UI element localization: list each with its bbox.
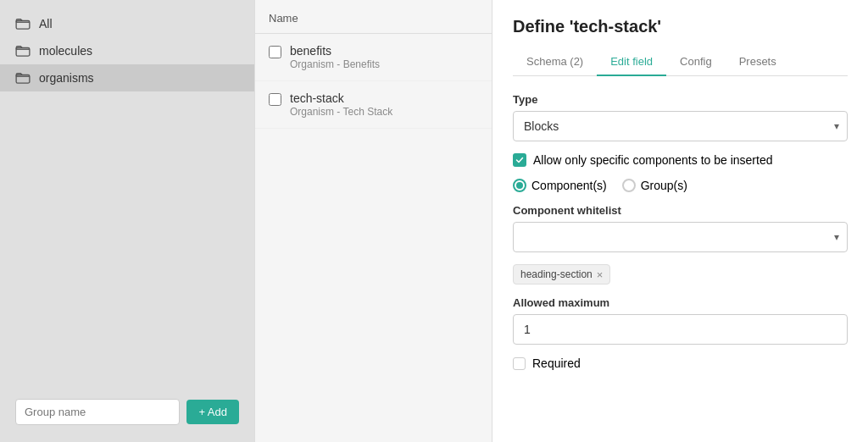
tab-config[interactable]: Config xyxy=(666,48,726,76)
group-name-input[interactable] xyxy=(15,399,180,425)
nav-item-molecules-label: molecules xyxy=(39,44,92,58)
allow-specific-checkbox[interactable] xyxy=(513,153,526,167)
whitelist-select-wrapper: ▾ xyxy=(513,222,848,252)
right-header: Define 'tech-stack' Schema (2) Edit fiel… xyxy=(492,0,868,76)
right-body: Type Blocks Text Number Boolean ▾ Allow … xyxy=(492,76,868,387)
right-panel: Define 'tech-stack' Schema (2) Edit fiel… xyxy=(492,0,868,442)
required-label: Required xyxy=(532,356,581,370)
center-panel: Name benefits Organism - Benefits tech-s… xyxy=(254,0,492,442)
tabs: Schema (2) Edit field Config Presets xyxy=(513,48,848,76)
page-title: Define 'tech-stack' xyxy=(513,17,848,36)
type-section: Type Blocks Text Number Boolean ▾ xyxy=(513,93,848,141)
folder-icon-molecules xyxy=(15,45,31,57)
tab-schema[interactable]: Schema (2) xyxy=(513,48,597,76)
group-add-row: + Add xyxy=(0,392,254,432)
add-group-button-label: + Add xyxy=(198,406,227,418)
nav-item-molecules[interactable]: molecules xyxy=(0,37,254,64)
allowed-max-section: Allowed maximum xyxy=(513,296,848,345)
whitelist-section: Component whitelist ▾ xyxy=(513,204,848,252)
allowed-max-input[interactable] xyxy=(513,314,848,345)
allow-specific-label: Allow only specific components to be ins… xyxy=(533,153,772,167)
tags-area: heading-section × xyxy=(513,264,848,285)
add-group-button[interactable]: + Add xyxy=(186,400,239,424)
required-row: Required xyxy=(513,356,848,370)
type-select-wrapper: Blocks Text Number Boolean ▾ xyxy=(513,111,848,141)
radio-components[interactable]: Component(s) xyxy=(513,179,607,192)
whitelist-label: Component whitelist xyxy=(513,204,848,217)
list-item-benefits[interactable]: benefits Organism - Benefits xyxy=(255,34,492,81)
folder-icon xyxy=(15,18,31,30)
tab-presets[interactable]: Presets xyxy=(726,48,790,76)
whitelist-select[interactable] xyxy=(513,222,848,252)
type-select[interactable]: Blocks Text Number Boolean xyxy=(513,111,848,141)
nav-item-all-label: All xyxy=(39,17,53,30)
tab-edit-field[interactable]: Edit field xyxy=(597,48,666,76)
tag-heading-section: heading-section × xyxy=(513,264,610,285)
radio-components-circle xyxy=(513,179,526,192)
tech-stack-checkbox[interactable] xyxy=(269,93,281,106)
left-panel: All molecules organisms + Add xyxy=(0,0,254,442)
required-checkbox[interactable] xyxy=(513,357,526,370)
allowed-max-label: Allowed maximum xyxy=(513,296,848,309)
tag-heading-section-label: heading-section xyxy=(520,268,593,280)
tech-stack-name: tech-stack xyxy=(290,91,392,105)
benefits-name: benefits xyxy=(290,44,380,58)
benefits-sub: Organism - Benefits xyxy=(290,58,380,70)
nav-item-organisms[interactable]: organisms xyxy=(0,64,254,91)
radio-components-label: Component(s) xyxy=(531,179,607,192)
nav-item-all[interactable]: All xyxy=(0,10,254,37)
tag-heading-section-remove[interactable]: × xyxy=(597,269,604,280)
radio-groups-label: Group(s) xyxy=(641,179,687,192)
type-label: Type xyxy=(513,93,848,106)
list-item-tech-stack[interactable]: tech-stack Organism - Tech Stack xyxy=(255,81,492,129)
tech-stack-sub: Organism - Tech Stack xyxy=(290,106,392,118)
benefits-checkbox[interactable] xyxy=(269,46,281,58)
name-column-header: Name xyxy=(269,12,298,25)
radio-row: Component(s) Group(s) xyxy=(513,179,848,192)
radio-groups-circle xyxy=(622,179,636,192)
center-header: Name xyxy=(255,0,492,34)
folder-icon-organisms xyxy=(15,72,31,84)
nav-item-organisms-label: organisms xyxy=(39,71,94,85)
radio-groups[interactable]: Group(s) xyxy=(622,179,687,192)
allow-specific-row: Allow only specific components to be ins… xyxy=(513,153,848,167)
